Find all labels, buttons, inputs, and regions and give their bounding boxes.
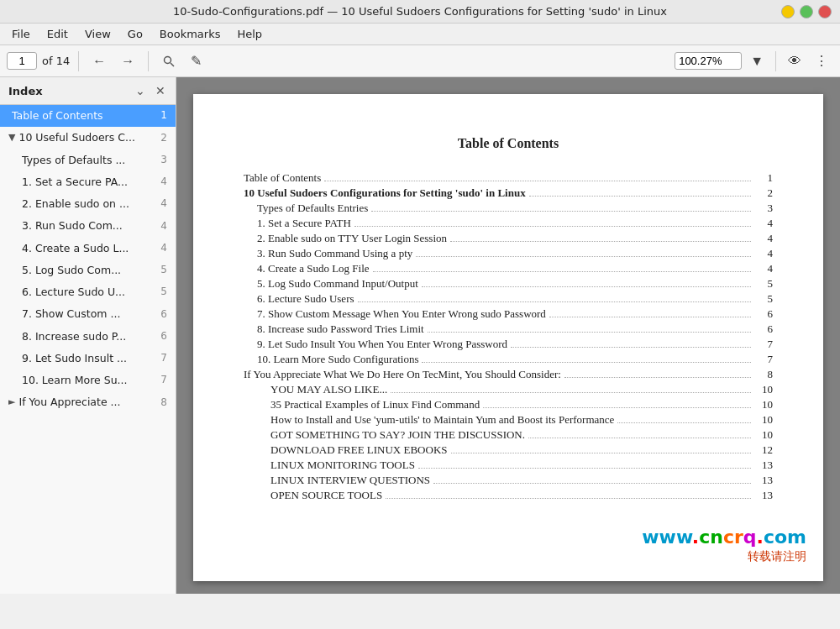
prev-page-button[interactable]: ← <box>87 51 111 71</box>
annotate-button[interactable]: ✎ <box>186 50 207 71</box>
toc-row: 1. Set a Secure PATH 4 <box>244 217 773 230</box>
minimize-button[interactable] <box>781 5 795 18</box>
sidebar-item-7[interactable]: 7. Show Custom ... 6 <box>0 303 176 325</box>
toc-fill <box>373 271 751 272</box>
toc-row: If You Appreciate What We Do Here On Tec… <box>244 368 773 381</box>
search-button[interactable] <box>157 52 181 71</box>
zoom-input[interactable] <box>675 52 742 70</box>
toc-fill <box>324 181 751 181</box>
toc-fill <box>564 377 751 378</box>
more-options-button[interactable]: ⋮ <box>810 50 833 71</box>
sidebar-item-9[interactable]: 9. Let Sudo Insult ... 7 <box>0 348 176 370</box>
menu-view[interactable]: View <box>78 25 118 43</box>
eye-button[interactable]: 👁 <box>783 51 806 71</box>
sidebar-collapse-button[interactable]: ⌄ <box>134 82 147 99</box>
toc-label: 4. Create a Sudo Log File <box>257 262 370 275</box>
watermark-line2: 转载请注明 <box>642 549 806 564</box>
sidebar-item-types-num: 3 <box>154 154 167 167</box>
wm-www: www <box>642 527 692 548</box>
sidebar-item-3[interactable]: 3. Run Sudo Com... 4 <box>0 215 176 237</box>
sidebar-item-10useful[interactable]: ▼ 10 Useful Sudoers C... 2 <box>0 127 176 149</box>
toc-fill <box>549 317 751 317</box>
toc-num: 7 <box>754 353 773 366</box>
toc-num: 3 <box>754 202 773 215</box>
toc-row: 3. Run Sudo Command Using a pty 4 <box>244 247 773 260</box>
toc-label: 3. Run Sudo Command Using a pty <box>257 247 412 260</box>
toc-num: 10 <box>754 383 773 396</box>
zoom-dropdown-button[interactable]: ▼ <box>745 51 769 71</box>
sidebar-item-1-label: 1. Set a Secure PA... <box>22 176 154 189</box>
sidebar-item-toc-num: 1 <box>154 109 167 123</box>
toc-num: 4 <box>754 232 773 245</box>
wm-cr: cr <box>723 527 743 548</box>
menu-file[interactable]: File <box>5 25 37 43</box>
toc-label: 10. Learn More Sudo Configurations <box>257 353 418 366</box>
toc-num: 6 <box>754 307 773 321</box>
toc-row: DOWNLOAD FREE LINUX EBOOKS 12 <box>244 443 773 457</box>
sidebar-item-4[interactable]: 4. Create a Sudo L... 4 <box>0 238 176 259</box>
wm-rq: q <box>743 527 757 548</box>
svg-line-1 <box>171 63 174 66</box>
toc-fill <box>416 256 751 257</box>
chevron-right-icon: ► <box>8 396 15 408</box>
sidebar-item-10-num: 7 <box>154 374 167 387</box>
toc-label: 9. Let Sudo Insult You When You Enter Wr… <box>257 338 507 351</box>
maximize-button[interactable] <box>800 5 813 18</box>
toc-row: 2. Enable sudo on TTY User Login Session… <box>244 232 773 245</box>
sidebar-item-types-label: Types of Defaults ... <box>22 154 154 167</box>
watermark-line1: www.cncrq.com <box>642 527 806 548</box>
sidebar-item-3-num: 4 <box>154 220 167 233</box>
toc-num: 13 <box>754 474 773 487</box>
wm-cn: cn <box>699 527 723 548</box>
sidebar-item-7-num: 6 <box>154 308 167 322</box>
next-page-button[interactable]: → <box>116 51 139 71</box>
sidebar-item-6-num: 5 <box>154 286 167 299</box>
toc-label: LINUX MONITORING TOOLS <box>270 459 415 472</box>
sidebar-item-10useful-label: 10 Useful Sudoers C... <box>18 131 154 144</box>
toc-row: 9. Let Sudo Insult You When You Enter Wr… <box>244 338 773 351</box>
toc-fill <box>529 196 751 197</box>
toc-content: Table of Contents 1 10 Useful Sudoers Co… <box>244 171 773 502</box>
menu-help[interactable]: Help <box>230 25 269 43</box>
page-input[interactable] <box>7 52 37 70</box>
window-controls <box>781 5 832 18</box>
toc-fill <box>358 301 751 302</box>
sidebar-item-types[interactable]: Types of Defaults ... 3 <box>0 149 176 171</box>
toc-fill <box>483 407 751 408</box>
sidebar-label: Index <box>8 85 43 97</box>
sidebar-item-ifappreciate[interactable]: ► If You Appreciate ... 8 <box>0 391 176 413</box>
menu-go[interactable]: Go <box>121 25 150 43</box>
toc-fill <box>617 422 751 423</box>
toc-fill <box>511 347 751 348</box>
toc-label: Types of Defaults Entries <box>257 202 368 215</box>
sidebar-item-10[interactable]: 10. Learn More Su... 7 <box>0 370 176 391</box>
menu-edit[interactable]: Edit <box>40 25 75 43</box>
sidebar-item-toc[interactable]: Table of Contents 1 <box>0 105 176 127</box>
close-button[interactable] <box>818 5 832 18</box>
toc-num: 7 <box>754 338 773 351</box>
sidebar-item-3-label: 3. Run Sudo Com... <box>22 219 154 233</box>
sidebar-item-5[interactable]: 5. Log Sudo Com... 5 <box>0 259 176 281</box>
sidebar-item-2-num: 4 <box>154 197 167 211</box>
menu-bookmarks[interactable]: Bookmarks <box>153 25 228 43</box>
sidebar-item-2[interactable]: 2. Enable sudo on ... 4 <box>0 193 176 215</box>
toc-fill <box>422 362 751 363</box>
toolbar: of 14 ← → ✎ ▼ 👁 ⋮ <box>0 45 840 77</box>
toc-row: Types of Defaults Entries 3 <box>244 202 773 215</box>
toc-num: 8 <box>754 368 773 381</box>
toc-num: 2 <box>754 186 773 200</box>
sidebar-close-button[interactable]: ✕ <box>154 82 167 99</box>
toc-fill <box>428 332 751 333</box>
toc-label: If You Appreciate What We Do Here On Tec… <box>244 368 561 381</box>
toc-fill <box>418 468 751 469</box>
toc-fill <box>433 483 751 484</box>
sidebar-item-1[interactable]: 1. Set a Secure PA... 4 <box>0 171 176 193</box>
toc-row: 7. Show Custom Message When You Enter Wr… <box>244 307 773 321</box>
menu-bar: File Edit View Go Bookmarks Help <box>0 24 840 45</box>
sidebar-item-8[interactable]: 8. Increase sudo P... 6 <box>0 326 176 348</box>
toc-label: Table of Contents <box>244 171 321 185</box>
toc-row: 6. Lecture Sudo Users 5 <box>244 292 773 306</box>
toc-label: How to Install and Use 'yum-utils' to Ma… <box>270 413 614 427</box>
sidebar-item-toc-label: Table of Contents <box>12 109 154 123</box>
sidebar-item-6[interactable]: 6. Lecture Sudo U... 5 <box>0 281 176 303</box>
